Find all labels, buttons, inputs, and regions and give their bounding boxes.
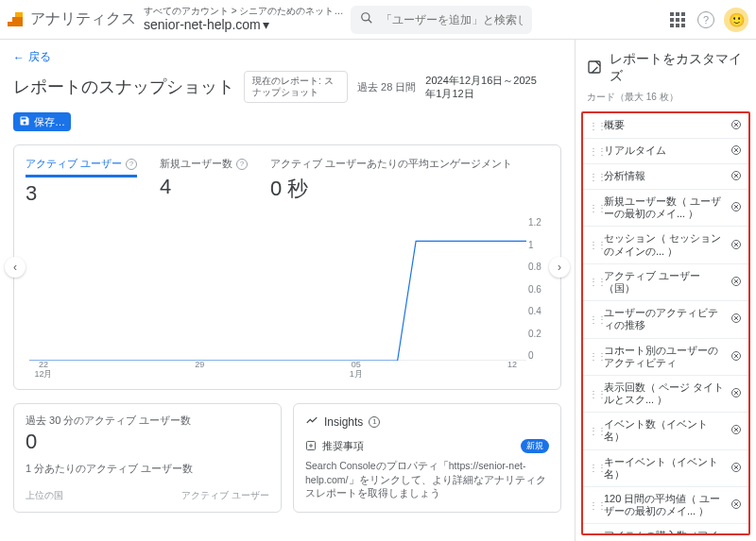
y-tick: 0 [528,350,549,361]
arrow-left-icon: ← [13,51,25,64]
account-switcher[interactable]: すべてのアカウント > シニアのためのネット… senior-net-help.… [144,6,343,33]
secondary-row: 過去 30 分のアクティブ ユーザー数 0 1 分あたりのアクティブ ユーザー数… [13,403,561,513]
cards-list: ⋮⋮概要⋮⋮リアルタイム⋮⋮分析情報⋮⋮新規ユーザー数（ ユーザーの最初のメイ.… [581,111,750,535]
save-icon [19,115,30,128]
plus-box-icon [305,440,317,453]
card-row[interactable]: ⋮⋮新規ユーザー数（ ユーザーの最初のメイ... ） [583,190,748,227]
drag-handle-icon[interactable]: ⋮⋮ [589,314,600,325]
card-row[interactable]: ⋮⋮表示回数（ ページ タイトルとスク... ） [583,376,748,413]
insights-card: Insights 1 推奨事項 新規 Search Consoleのプロパティ「… [293,403,561,513]
insights-icon [305,414,318,430]
x-tick: 12 [498,361,526,378]
remove-icon[interactable] [730,170,743,183]
card-row[interactable]: ⋮⋮概要 [583,113,748,139]
card-label: 分析情報 [604,170,726,182]
svg-line-1 [369,20,372,24]
date-range[interactable]: 2024年12月16日～2025年1月12日 [425,74,539,101]
remove-icon[interactable] [730,499,743,512]
remove-icon[interactable] [730,350,743,363]
metric-label: アクティブ ユーザーあたりの平均エンゲージメント [270,157,512,171]
search-input[interactable] [381,13,523,26]
remove-icon[interactable] [730,201,743,214]
card-row[interactable]: ⋮⋮アイテムの購入数（アイテム名 [583,524,748,535]
card-row[interactable]: ⋮⋮アクティブ ユーザー（国） [583,264,748,301]
metric-1[interactable]: 新規ユーザー数?4 [160,157,248,199]
card-row[interactable]: ⋮⋮リアルタイム [583,139,748,164]
insights-description: Search Consoleのプロパティ「https://senior-net-… [305,459,549,500]
remove-icon[interactable] [730,276,743,289]
back-label: 戻る [28,49,51,65]
page-title: レポートのスナップショット [13,76,234,98]
drag-handle-icon[interactable]: ⋮⋮ [589,277,600,287]
card-label: コホート別のユーザーのアクティビティ [604,345,726,369]
realtime-footer-left: 上位の国 [26,489,63,502]
metrics-row: アクティブ ユーザー?3新規ユーザー数?4アクティブ ユーザーあたりの平均エンゲ… [26,157,549,206]
remove-icon[interactable] [730,119,743,132]
trend-chart: 1.210.80.60.40.20 2212月29051月12 [26,217,549,378]
app-header: アナリティクス すべてのアカウント > シニアのためのネット… senior-n… [0,0,756,40]
y-tick: 0.8 [528,262,549,272]
period-label[interactable]: 過去 28 日間 [357,80,416,94]
realtime-footer-right: アクティブ ユーザー [181,489,269,502]
scroll-right-button[interactable]: › [549,257,570,278]
metric-2[interactable]: アクティブ ユーザーあたりの平均エンゲージメント0 秒 [270,157,512,203]
scroll-left-button[interactable]: ‹ [5,257,26,278]
realtime-card: 過去 30 分のアクティブ ユーザー数 0 1 分あたりのアクティブ ユーザー数… [13,403,282,513]
svg-point-0 [362,13,369,21]
chevron-down-icon: ▾ [263,17,269,33]
remove-icon[interactable] [730,239,743,252]
remove-icon[interactable] [730,462,743,475]
realtime-subtitle: 1 分あたりのアクティブ ユーザー数 [26,462,269,476]
metric-0[interactable]: アクティブ ユーザー?3 [26,157,137,206]
card-label: ユーザーのアクティビティの推移 [604,307,726,331]
drag-handle-icon[interactable]: ⋮⋮ [589,463,600,473]
new-badge: 新規 [521,439,549,453]
remove-icon[interactable] [730,387,743,400]
apps-icon[interactable] [667,9,688,30]
title-bar: レポートのスナップショット 現在のレポート: スナップショット 過去 28 日間… [13,71,561,131]
metric-value: 0 秒 [270,175,512,203]
card-row[interactable]: ⋮⋮コホート別のユーザーのアクティビティ [583,339,748,376]
drag-handle-icon[interactable]: ⋮⋮ [589,389,600,399]
drag-handle-icon[interactable]: ⋮⋮ [589,121,600,131]
card-label: 新規ユーザー数（ ユーザーの最初のメイ... ） [604,195,726,220]
customize-panel: レポートをカスタマイズ カード（最大 16 枚） ⋮⋮概要⋮⋮リアルタイム⋮⋮分… [575,40,756,541]
drag-handle-icon[interactable]: ⋮⋮ [589,172,600,182]
save-button[interactable]: 保存… [13,112,71,131]
drag-handle-icon[interactable]: ⋮⋮ [589,426,600,436]
drag-handle-icon[interactable]: ⋮⋮ [589,203,600,213]
card-row[interactable]: ⋮⋮120 日間の平均値（ ユーザーの最初のメイ... ） [583,487,748,524]
card-row[interactable]: ⋮⋮セッション（ セッションのメインの... ） [583,227,748,263]
remove-icon[interactable] [730,144,743,158]
y-axis: 1.210.80.60.40.20 [528,217,549,361]
save-label: 保存… [34,116,65,127]
avatar[interactable]: 🙂 [724,8,748,32]
drag-handle-icon[interactable]: ⋮⋮ [589,240,600,250]
suggestion-row[interactable]: 推奨事項 新規 [305,439,549,453]
y-tick: 0.2 [528,329,549,339]
x-tick: 29 [185,361,214,378]
card-row[interactable]: ⋮⋮ユーザーのアクティビティの推移 [583,301,748,338]
template-pill[interactable]: 現在のレポート: スナップショット [244,71,348,103]
report-area: ← 戻る レポートのスナップショット 現在のレポート: スナップショット 過去 … [0,40,575,541]
card-row[interactable]: ⋮⋮分析情報 [583,164,748,190]
metric-label: 新規ユーザー数? [160,157,248,171]
card-label: キーイベント（イベント名） [604,456,726,481]
help-icon[interactable]: ? [126,159,137,170]
card-label: アクティブ ユーザー（国） [604,270,726,295]
card-row[interactable]: ⋮⋮キーイベント（イベント名） [583,450,748,487]
analytics-logo [8,12,23,27]
help-icon[interactable]: ? [236,159,248,170]
search-box[interactable] [351,6,532,34]
help-icon[interactable]: ? [696,9,716,30]
drag-handle-icon[interactable]: ⋮⋮ [589,146,600,157]
insights-count-badge: 1 [369,416,380,428]
remove-icon[interactable] [730,313,743,326]
card-row[interactable]: ⋮⋮イベント数（イベント名） [583,413,748,449]
customize-title: レポートをカスタマイズ [610,51,745,85]
drag-handle-icon[interactable]: ⋮⋮ [589,500,600,511]
back-button[interactable]: ← 戻る [13,49,561,65]
remove-icon[interactable] [730,424,743,437]
drag-handle-icon[interactable]: ⋮⋮ [589,351,600,362]
overview-card: ‹ › アクティブ ユーザー?3新規ユーザー数?4アクティブ ユーザーあたりの平… [13,144,561,390]
